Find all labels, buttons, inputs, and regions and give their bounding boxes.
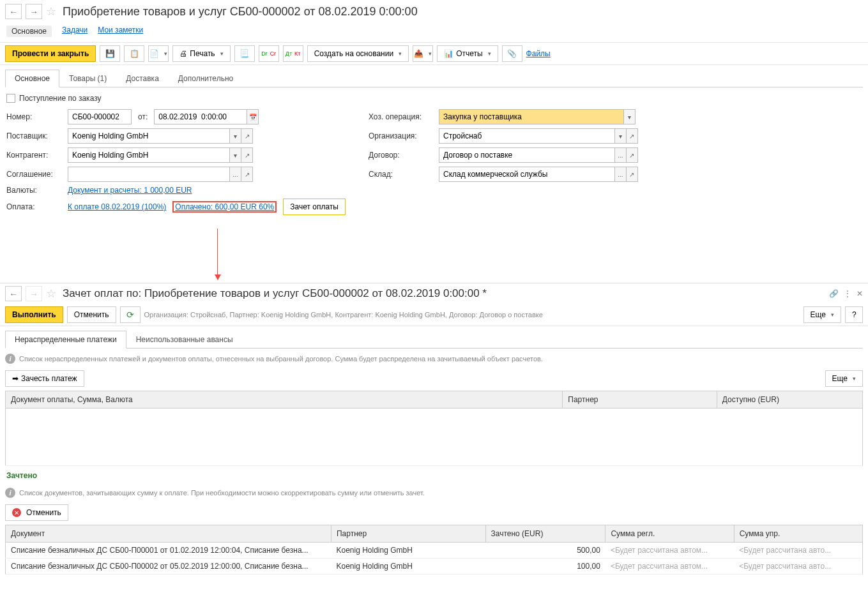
contract-select-icon[interactable]: ...: [615, 147, 627, 163]
forward-button[interactable]: →: [26, 4, 42, 19]
form-main: Поступление по заказу Номер: от: 📅 Поста…: [0, 87, 868, 225]
col-partner[interactable]: Партнер: [563, 391, 717, 409]
create-based-dropdown[interactable]: Создать на основании: [307, 45, 409, 62]
by-order-checkbox[interactable]: [6, 94, 15, 103]
back-button-2[interactable]: ←: [5, 286, 22, 301]
help-button[interactable]: ?: [845, 306, 863, 323]
print-dropdown[interactable]: 🖨 Печать: [172, 45, 230, 62]
favorite-icon[interactable]: ☆: [46, 4, 56, 19]
copy-dropdown[interactable]: 📄: [148, 45, 169, 62]
offset-title: Зачет оплат по: Приобретение товаров и у…: [63, 287, 487, 300]
table-row[interactable]: Списание безналичных ДС СБ00-П00002 от 0…: [6, 559, 863, 575]
warehouse-select-icon[interactable]: ...: [615, 167, 627, 182]
subtab-tasks[interactable]: Задачи: [62, 26, 88, 37]
cancel-icon: ✕: [12, 508, 21, 517]
supplier-open-icon[interactable]: ↗: [241, 128, 253, 144]
offset-topbar: ← → ☆ Зачет оплат по: Приобретение товар…: [0, 283, 868, 304]
from-label: от:: [138, 112, 148, 121]
dtkt-button[interactable]: ДтКт: [283, 45, 303, 62]
refresh-button[interactable]: ⟳: [120, 306, 141, 323]
operation-dropdown-icon[interactable]: ▾: [624, 109, 636, 124]
supplier-dropdown-icon[interactable]: ▾: [230, 128, 241, 144]
agreement-label: Соглашение:: [6, 170, 61, 179]
warehouse-label: Склад:: [369, 170, 432, 179]
close-icon[interactable]: ✕: [857, 289, 863, 298]
subtabs: Основное Задачи Мои заметки: [0, 23, 868, 42]
col2-regl[interactable]: Сумма регл.: [605, 525, 734, 543]
col2-credited[interactable]: Зачтено (EUR): [485, 525, 605, 543]
payment-paid-link[interactable]: Оплачено: 600,00 EUR 60%: [172, 201, 277, 213]
subtab-notes[interactable]: Мои заметки: [98, 26, 143, 37]
run-button[interactable]: Выполнить: [5, 306, 63, 323]
operation-input[interactable]: [439, 109, 624, 124]
col2-partner[interactable]: Партнер: [331, 525, 485, 543]
contract-open-icon[interactable]: ↗: [627, 147, 638, 163]
currency-label: Валюты:: [6, 186, 61, 195]
agreement-select-icon[interactable]: ...: [230, 167, 241, 182]
hint-1: i Список нераспределенных платежей и док…: [5, 351, 863, 366]
table-row[interactable]: Списание безналичных ДС СБ00-П00001 от 0…: [6, 543, 863, 559]
col2-mgmt[interactable]: Сумма упр.: [734, 525, 862, 543]
tab-unused[interactable]: Неиспользованные авансы: [126, 331, 243, 349]
offset-tabs: Нераспределенные платежи Неиспользованны…: [5, 330, 863, 349]
files-link[interactable]: Файлы: [526, 49, 551, 58]
payment-offset-button[interactable]: Зачет оплаты: [283, 199, 346, 215]
tab-main[interactable]: Основное: [5, 70, 59, 87]
col2-doc[interactable]: Документ: [6, 525, 331, 543]
favorite-icon-2[interactable]: ☆: [46, 287, 56, 301]
supplier-label: Поставщик:: [6, 131, 61, 140]
arrow-annotation: [0, 225, 868, 283]
more-dropdown[interactable]: Еще: [803, 306, 841, 323]
cancel-credit-button[interactable]: ✕ Отменить: [5, 504, 68, 521]
number-label: Номер:: [6, 112, 61, 121]
counterparty-input[interactable]: [68, 147, 230, 163]
org-label: Организация:: [369, 131, 432, 140]
info-icon-2: i: [5, 488, 15, 498]
counterparty-label: Контрагент:: [6, 151, 61, 160]
doc-tabs: Основное Товары (1) Доставка Дополнитель…: [5, 69, 863, 87]
save-button[interactable]: 💾: [100, 45, 120, 62]
credit-payment-button[interactable]: ➡ Зачесть платеж: [5, 370, 84, 387]
post-button[interactable]: 📋: [124, 45, 144, 62]
agreement-open-icon[interactable]: ↗: [241, 167, 253, 182]
tab-goods[interactable]: Товары (1): [59, 70, 116, 87]
offset-toolbar: Выполнить Отменить ⟳ Организация: Стройс…: [0, 304, 868, 326]
subtab-main[interactable]: Основное: [6, 26, 52, 37]
org-dropdown-icon[interactable]: ▾: [615, 128, 627, 144]
tab-unallocated[interactable]: Нераспределенные платежи: [5, 331, 126, 349]
forward-button-2[interactable]: →: [26, 286, 42, 301]
menu-icon[interactable]: ⋮: [844, 289, 851, 298]
payment-label: Оплата:: [6, 202, 61, 211]
back-button[interactable]: ←: [5, 4, 22, 19]
tab-delivery[interactable]: Доставка: [116, 70, 169, 87]
warehouse-open-icon[interactable]: ↗: [627, 167, 638, 182]
contract-input[interactable]: [439, 147, 615, 163]
number-input[interactable]: [68, 109, 132, 124]
agreement-input[interactable]: [68, 167, 230, 182]
org-open-icon[interactable]: ↗: [627, 128, 638, 144]
drcr-button[interactable]: DrCr: [259, 45, 279, 62]
cancel-button[interactable]: Отменить: [67, 306, 116, 323]
counterparty-open-icon[interactable]: ↗: [241, 147, 253, 163]
org-input[interactable]: [439, 128, 615, 144]
calendar-icon[interactable]: 📅: [247, 109, 259, 124]
link-icon[interactable]: 🔗: [829, 289, 839, 298]
supplier-input[interactable]: [68, 128, 230, 144]
edi-dropdown[interactable]: 📤: [413, 45, 433, 62]
reports-dropdown[interactable]: 📊 Отчеты: [437, 45, 498, 62]
counterparty-dropdown-icon[interactable]: ▾: [230, 147, 241, 163]
tab-extra[interactable]: Дополнительно: [169, 70, 243, 87]
post-close-button[interactable]: Провести и закрыть: [5, 45, 96, 62]
form-button[interactable]: 📃: [234, 45, 255, 62]
payment-due-link[interactable]: К оплате 08.02.2019 (100%): [68, 202, 166, 211]
col-avail[interactable]: Доступно (EUR): [717, 391, 862, 409]
toolbar: Провести и закрыть 💾 📋 📄 🖨 Печать 📃 DrCr…: [0, 42, 868, 65]
attach-button[interactable]: 📎: [502, 45, 522, 62]
date-input[interactable]: [154, 109, 247, 124]
col-doc[interactable]: Документ оплаты, Сумма, Валюта: [6, 391, 563, 409]
currency-link[interactable]: Документ и расчеты: 1 000,00 EUR: [68, 186, 192, 195]
credited-section-label: Зачтено: [0, 469, 868, 483]
more-dropdown-2[interactable]: Еще: [825, 370, 863, 387]
credited-table: Документ Партнер Зачтено (EUR) Сумма рег…: [5, 525, 863, 575]
warehouse-input[interactable]: [439, 167, 615, 182]
